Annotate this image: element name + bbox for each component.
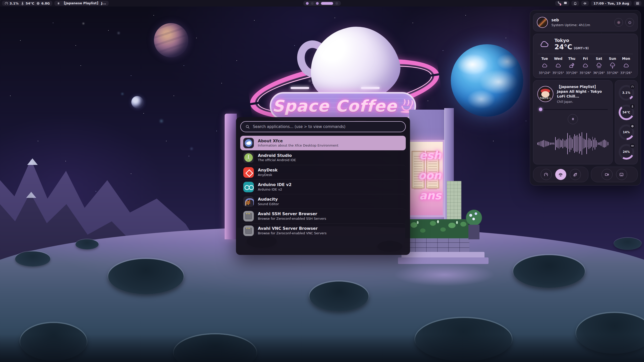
user-name: seb	[551, 18, 590, 22]
audacity-app-icon	[243, 196, 254, 207]
arduino-app-icon	[243, 182, 254, 192]
search-input[interactable]: Search applications... (use > to view co…	[240, 121, 406, 132]
steps	[398, 257, 489, 264]
space-coffee-neon-sign: Space Coffee )))	[270, 92, 416, 120]
gauge-icon	[544, 172, 548, 177]
screenshot-button[interactable]	[616, 169, 627, 180]
widget-panel: seb System Uptime: 4h11m Tokyo 24°C(GMT+…	[530, 10, 641, 186]
cloud-icon	[623, 62, 629, 69]
slider-thumb[interactable]	[539, 108, 542, 111]
seek-slider[interactable]	[538, 108, 608, 111]
system-uptime: System Uptime: 4h11m	[551, 23, 590, 27]
disk-icon	[630, 143, 635, 149]
app-row-audacity[interactable]: Audacity Sound Editor	[240, 194, 406, 209]
thermometer-icon	[21, 2, 24, 5]
crater	[15, 251, 50, 266]
notifications-button[interactable]	[571, 1, 579, 6]
cloud-icon	[555, 62, 561, 69]
tray-tools	[555, 1, 569, 6]
earth-planet	[451, 44, 523, 117]
workspace-dot-5[interactable]	[335, 2, 338, 5]
capture-group	[591, 167, 638, 182]
memory-stat: 6.8G	[36, 2, 50, 5]
powersave-mode-button[interactable]	[570, 169, 581, 180]
crater	[513, 255, 585, 288]
memory-gauge: 14%	[619, 124, 634, 140]
app-grid-button[interactable]	[634, 1, 641, 6]
cloud-icon	[582, 62, 589, 69]
avatar[interactable]	[537, 17, 548, 28]
app-row-anydesk[interactable]: AnyDesk AnyDesk	[240, 165, 406, 179]
crater	[75, 239, 99, 249]
clock-text: 17:09 - Tue, 19 Aug	[593, 2, 629, 5]
crater	[309, 282, 369, 311]
workspace-dot-1[interactable]	[306, 2, 309, 5]
clock[interactable]: 17:09 - Tue, 19 Aug	[591, 1, 632, 6]
workspace-dot-4[interactable]	[321, 2, 333, 5]
rain-icon	[596, 62, 602, 69]
user-card: seb System Uptime: 4h11m	[533, 13, 638, 31]
workspace-dot-2[interactable]	[311, 2, 314, 5]
pause-icon[interactable]	[57, 2, 60, 5]
chip-icon	[630, 123, 635, 129]
forecast-day: Sat 36°/26°	[592, 57, 606, 75]
window-neon-text: esh	[419, 149, 441, 162]
app-row-arduino[interactable]: Arduino IDE v2 Arduino IDE v2	[240, 179, 406, 194]
window-neon-text: ans	[419, 189, 441, 202]
app-list: About Xfce Information about the Xfce De…	[240, 136, 406, 238]
small-moon	[131, 96, 143, 108]
cloud-icon	[538, 39, 551, 50]
system-tray: 17:09 - Tue, 19 Aug	[555, 1, 644, 6]
forecast-day: Wed 35°/25°	[551, 57, 565, 75]
performance-mode-button[interactable]	[541, 169, 552, 180]
cafe-left-pillar	[225, 114, 237, 239]
workspace-indicator[interactable]	[303, 1, 341, 6]
search-placeholder: Search applications... (use > to view co…	[253, 124, 345, 129]
power-icon	[628, 21, 632, 24]
gauge-icon	[5, 2, 8, 5]
wallpaper-tray-button[interactable]	[564, 1, 567, 6]
top-bar: 3.1% 54°C 6.8G 【Japanese Playlist】 J... …	[0, 0, 644, 7]
bell-icon	[573, 2, 577, 5]
hedge	[405, 219, 468, 240]
avahi-ssh-app-icon	[243, 211, 254, 221]
balanced-mode-button[interactable]	[555, 169, 566, 180]
now-playing-pill[interactable]: 【Japanese Playlist】 J...	[54, 1, 109, 6]
app-row-about-xfce[interactable]: About Xfce Information about the Xfce De…	[240, 136, 406, 150]
leaf-icon	[573, 172, 578, 177]
search-icon	[245, 124, 250, 129]
neon-sign-text: Space Coffee	[272, 97, 397, 115]
screen-record-button[interactable]	[601, 169, 613, 180]
chip-icon	[36, 2, 40, 5]
app-row-android-studio[interactable]: Android Studio The official Android IDE	[240, 150, 406, 165]
planet	[154, 23, 188, 57]
flower-pot	[466, 210, 482, 240]
app-row-avahi-ssh[interactable]: Avahi SSH Server Browser Browse for Zero…	[240, 209, 406, 223]
system-stats[interactable]: 3.1% 54°C 6.8G	[2, 1, 52, 6]
audio-visualizer	[537, 126, 608, 162]
android-studio-app-icon	[243, 152, 254, 163]
camera-icon	[605, 172, 609, 177]
forecast-day: Sun 33°/26°	[606, 57, 619, 75]
weather-card: Tokyo 24°C(GMT+9) Tue 33°/24° Wed 35°/25…	[533, 34, 638, 78]
volume-button[interactable]	[581, 1, 589, 6]
app-launcher: Search applications... (use > to view co…	[236, 117, 410, 255]
now-playing-label: 【Japanese Playlist】 J...	[62, 1, 106, 6]
sign-lamp	[361, 87, 380, 89]
app-row-avahi-vnc[interactable]: Avahi VNC Server Browser Browse for Zero…	[240, 223, 406, 238]
forecast-day: Thu 33°/26°	[565, 57, 579, 75]
album-art[interactable]: TOKYO L	[537, 86, 553, 102]
divider	[538, 54, 633, 54]
crater	[614, 238, 641, 250]
phone-tray-button[interactable]	[557, 1, 561, 6]
apps-grid-icon	[636, 2, 639, 5]
settings-button[interactable]	[614, 18, 623, 27]
workspace-dot-3[interactable]	[316, 2, 319, 5]
forecast-day: Mon 33°/26°	[619, 57, 633, 75]
power-button[interactable]	[625, 18, 634, 27]
forecast-day: Tue 33°/24°	[538, 57, 551, 75]
light-path	[394, 263, 495, 286]
scales-icon	[558, 172, 563, 177]
play-pause-button[interactable]	[568, 114, 578, 124]
avahi-vnc-app-icon	[243, 225, 254, 236]
